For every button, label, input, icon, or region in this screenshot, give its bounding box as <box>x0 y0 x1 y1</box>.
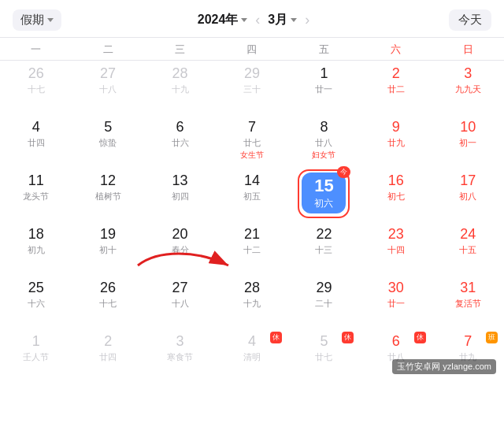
month-chevron-icon <box>291 18 297 22</box>
holiday-badge: 休 <box>342 332 354 343</box>
day-number: 26 <box>28 65 44 83</box>
day-cell[interactable]: 4廿四 <box>0 114 72 168</box>
day-lunar: 初七 <box>387 191 405 202</box>
day-cell[interactable]: 29二十 <box>288 275 360 328</box>
weekday-sat: 六 <box>360 43 432 57</box>
year-chevron-icon <box>241 18 247 22</box>
day-cell[interactable]: 3九九天 <box>432 61 504 114</box>
day-number: 2 <box>104 333 112 351</box>
days-grid: 26十七27十八28十九29三十1廿一2廿二3九九天4廿四5惊蛰6廿六7廿七女生… <box>0 61 504 382</box>
day-cell[interactable]: 29三十 <box>216 61 287 114</box>
month-label: 3月 <box>268 12 287 28</box>
day-lunar: 廿一 <box>315 83 332 95</box>
holiday-badge: 休 <box>414 332 426 343</box>
day-lunar: 廿九 <box>387 137 405 149</box>
day-cell[interactable]: 26十七 <box>0 61 72 114</box>
day-cell[interactable]: 今15初六 <box>288 168 360 221</box>
day-cell[interactable]: 31复活节 <box>432 275 504 328</box>
day-number: 1 <box>320 65 328 83</box>
day-lunar: 九九天 <box>455 83 481 95</box>
day-lunar: 十七 <box>28 83 45 95</box>
day-cell[interactable]: 9廿九 <box>360 114 432 168</box>
day-lunar: 廿一 <box>387 298 405 310</box>
day-lunar: 十八 <box>172 298 189 310</box>
day-number: 27 <box>172 280 188 297</box>
day-cell[interactable]: 休4清明 <box>216 328 287 382</box>
day-cell[interactable]: 16初七 <box>360 168 432 221</box>
day-number: 26 <box>100 280 116 297</box>
holiday-selector[interactable]: 假期 <box>13 9 61 31</box>
calendar-body: 26十七27十八28十九29三十1廿一2廿二3九九天4廿四5惊蛰6廿六7廿七女生… <box>0 61 504 382</box>
day-cell[interactable]: 2廿二 <box>360 61 432 114</box>
next-month-button[interactable]: › <box>302 10 313 30</box>
day-lunar: 初八 <box>459 191 476 202</box>
day-number: 3 <box>464 65 472 83</box>
day-festival: 女生节 <box>240 150 264 161</box>
day-lunar: 廿六 <box>172 137 189 149</box>
holiday-chevron-icon <box>47 18 54 22</box>
day-number: 27 <box>100 65 116 83</box>
day-cell[interactable]: 5惊蛰 <box>72 114 143 168</box>
day-cell[interactable]: 休5廿七 <box>288 328 360 382</box>
day-cell[interactable]: 28十九 <box>216 275 287 328</box>
day-cell[interactable]: 17初八 <box>432 168 504 221</box>
day-cell[interactable]: 11龙头节 <box>0 168 72 221</box>
month-selector[interactable]: 3月 <box>268 12 297 28</box>
day-cell[interactable]: 10初一 <box>432 114 504 168</box>
day-cell[interactable]: 19初十 <box>72 221 143 275</box>
weekday-sun: 日 <box>432 43 504 57</box>
day-number: 5 <box>104 119 112 136</box>
day-number: 10 <box>460 119 476 136</box>
today-inner: 今15初六 <box>302 173 346 213</box>
prev-month-button[interactable]: ‹ <box>252 10 263 30</box>
day-lunar: 初九 <box>28 244 45 256</box>
day-cell[interactable]: 3寒食节 <box>144 328 216 382</box>
day-cell[interactable]: 25十六 <box>0 275 72 328</box>
day-cell[interactable]: 22十三 <box>288 221 360 275</box>
day-cell[interactable]: 7廿七女生节 <box>216 114 287 168</box>
day-cell[interactable]: 26十七 <box>72 275 143 328</box>
day-lunar: 二十 <box>315 298 332 310</box>
day-lunar: 初十 <box>99 244 117 256</box>
day-number: 15 <box>314 176 333 196</box>
day-lunar: 十五 <box>459 244 476 256</box>
day-cell[interactable]: 21十二 <box>216 221 287 275</box>
day-number: 28 <box>244 280 260 297</box>
year-selector[interactable]: 2024年 <box>198 12 248 28</box>
day-cell[interactable]: 2廿四 <box>72 328 143 382</box>
day-number: 23 <box>388 226 404 243</box>
day-number: 16 <box>388 173 404 190</box>
day-number: 7 <box>464 333 472 351</box>
day-number: 24 <box>460 226 476 243</box>
day-cell[interactable]: 6廿六 <box>144 114 216 168</box>
day-number: 22 <box>316 226 332 243</box>
day-cell[interactable]: 27十八 <box>72 61 143 114</box>
day-cell[interactable]: 14初五 <box>216 168 287 221</box>
header-left: 假期 <box>13 9 61 31</box>
header-center: 2024年 ‹ 3月 › <box>198 10 313 30</box>
day-lunar: 十八 <box>99 83 117 95</box>
day-cell[interactable]: 18初九 <box>0 221 72 275</box>
today-button[interactable]: 今天 <box>449 9 491 31</box>
day-lunar: 十二 <box>243 244 261 256</box>
day-lunar: 春分 <box>172 244 189 256</box>
day-cell[interactable]: 1壬人节 <box>0 328 72 382</box>
day-cell[interactable]: 20春分 <box>144 221 216 275</box>
day-number: 3 <box>176 333 184 351</box>
day-cell[interactable]: 8廿八妇女节 <box>288 114 360 168</box>
day-cell[interactable]: 12植树节 <box>72 168 143 221</box>
day-cell[interactable]: 1廿一 <box>288 61 360 114</box>
day-cell[interactable]: 23十四 <box>360 221 432 275</box>
weekdays-row: 一 二 三 四 五 六 日 <box>0 38 504 61</box>
day-number: 12 <box>100 173 116 190</box>
day-cell[interactable]: 30廿一 <box>360 275 432 328</box>
day-number: 14 <box>244 173 260 190</box>
day-cell[interactable]: 24十五 <box>432 221 504 275</box>
day-cell[interactable]: 27十八 <box>144 275 216 328</box>
day-cell[interactable]: 13初四 <box>144 168 216 221</box>
day-cell[interactable]: 28十九 <box>144 61 216 114</box>
day-lunar: 廿七 <box>243 137 261 149</box>
day-number: 8 <box>320 119 328 136</box>
weekday-thu: 四 <box>216 43 287 57</box>
year-label: 2024年 <box>198 12 239 28</box>
